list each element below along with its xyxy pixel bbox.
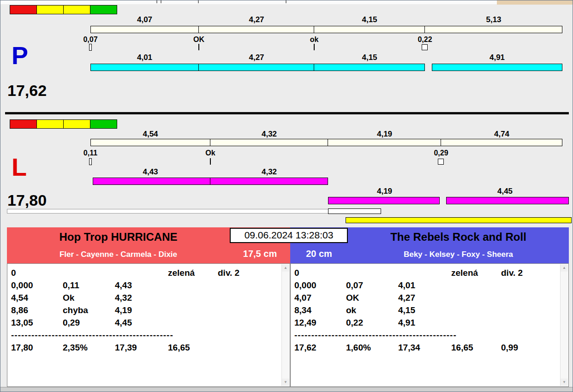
l-divider-tick-1 (210, 158, 211, 165)
table-row: ----------------------------------------… (294, 329, 558, 341)
table-row: 4,54Ok4,32 (11, 291, 280, 304)
team-right-results: 0zelenádiv. 20,0000,074,014,07OK4,278,34… (294, 267, 558, 354)
l-row1-split-1: 4,43 (90, 167, 210, 177)
table-cell: 4,15 (398, 305, 451, 315)
team-left-name: Hop Trop HURRICANE (7, 231, 230, 244)
table-cell: 0,22 (346, 318, 398, 328)
p-lower-bar-seg-3 (314, 64, 425, 71)
team-right-scrollbar[interactable]: ▲ ▼ (560, 264, 568, 386)
table-cell: OK (346, 293, 398, 303)
p-lower-split-4: 4,91 (432, 53, 562, 62)
l-mark-3: 0,29 (427, 149, 455, 157)
top-edge-tick (161, 0, 161, 3)
scroll-up-icon[interactable]: ▲ (561, 264, 568, 272)
lane-p-total-time: 17,62 (7, 83, 47, 98)
team-left-results: 0zelenádiv. 20,0000,114,434,54Ok4,328,86… (11, 267, 280, 354)
p-lower-bar-seg-4 (432, 64, 562, 71)
team-right-name: The Rebels Rock and Roll (348, 231, 569, 244)
window-top-edge (0, 0, 573, 4)
table-cell: 17,39 (115, 343, 168, 353)
table-row: 0zelenádiv. 2 (294, 267, 558, 279)
p-upper-split-3: 4,15 (314, 15, 425, 24)
p-mark-2: OK (185, 36, 213, 44)
flyball-timing-window: 4,07 4,27 4,15 5,13 0,07 OK ok 0,22 4,01… (0, 0, 573, 392)
table-cell: 0 (11, 268, 63, 278)
p-divider-tick-1 (198, 44, 199, 50)
l-upper-split-2: 4,32 (210, 130, 328, 139)
scroll-down-icon[interactable]: ▼ (282, 379, 289, 386)
l-lower-bar-seg-1 (93, 178, 210, 185)
team-left-dogs: Fler - Cayenne - Carmela - Dixie (7, 250, 230, 259)
signal-light-green (90, 119, 117, 129)
p-upper-split-4: 5,13 (425, 15, 562, 24)
l-lower-bar-seg-4 (446, 197, 569, 204)
team-left-results-panel: 0zelenádiv. 20,0000,114,434,54Ok4,328,86… (7, 263, 290, 387)
l-upper-bar-seg-3 (328, 139, 441, 146)
table-cell: 0,000 (11, 280, 63, 291)
table-cell: 4,54 (11, 293, 63, 303)
table-cell: 0,07 (346, 280, 398, 291)
table-cell: 16,65 (168, 343, 218, 353)
table-row: 0,0000,074,01 (294, 279, 558, 291)
table-cell: chyba (63, 305, 115, 315)
p-upper-bar-seg-3 (314, 26, 425, 33)
table-row: 8,86chyba4,19 (11, 304, 280, 316)
top-edge-tick (286, 0, 286, 3)
table-row: 17,621,60%17,3416,650,99 (294, 341, 558, 354)
p-upper-split-2: 4,27 (199, 15, 314, 24)
table-cell: zelená (451, 268, 501, 278)
l-upper-split-1: 4,54 (90, 130, 210, 139)
p-lower-split-2: 4,27 (199, 53, 314, 62)
table-cell: 4,19 (115, 305, 168, 315)
l-lower-bar-seg-3 (328, 197, 440, 204)
table-cell: zelená (168, 268, 218, 278)
signal-light-yellow-1 (36, 5, 64, 14)
table-row: 0zelenádiv. 2 (11, 267, 280, 279)
table-cell: 17,62 (294, 343, 346, 353)
table-cell: 2,35% (63, 343, 115, 353)
l-lower-bar-seg-2 (210, 178, 328, 185)
table-cell: 0,11 (63, 280, 115, 291)
signal-light-yellow-2 (63, 5, 90, 14)
table-cell: 8,34 (294, 305, 346, 315)
table-row: 13,050,294,45 (11, 316, 280, 329)
team-right-results-panel: 0zelenádiv. 20,0000,074,014,07OK4,278,34… (290, 263, 569, 387)
table-cell: 4,91 (398, 318, 451, 328)
p-start-tick-box (89, 44, 92, 51)
p-lower-split-3: 4,15 (314, 53, 425, 62)
scroll-up-icon[interactable]: ▲ (282, 264, 289, 272)
l-mark-start: 0,11 (77, 149, 104, 157)
team-left-jump-height: 17,5 cm (230, 249, 290, 259)
p-check-box (422, 44, 428, 50)
table-cell: 0 (294, 268, 346, 278)
table-cell: 12,49 (294, 318, 346, 328)
scroll-down-icon[interactable]: ▼ (561, 379, 568, 386)
lane-l-label: L (12, 154, 27, 179)
lane-p-start-lights (10, 5, 117, 14)
l-mark-2: Ok (197, 149, 224, 157)
table-row: 4,07OK4,27 (294, 291, 558, 304)
p-divider-tick-2 (314, 44, 315, 50)
signal-light-yellow-1 (36, 119, 64, 129)
table-row: 12,490,224,91 (294, 316, 558, 329)
lane-divider (5, 112, 569, 114)
team-left-scrollbar[interactable]: ▲ ▼ (281, 264, 289, 386)
top-edge-tick (198, 0, 199, 3)
p-upper-split-1: 4,07 (90, 15, 199, 24)
l-progress-box (328, 208, 381, 214)
l-running-bar (346, 217, 572, 223)
table-cell: 17,34 (398, 343, 451, 353)
l-row1-split-2: 4,32 (210, 167, 328, 177)
table-cell: 1,60% (346, 343, 398, 353)
p-mark-start: 0,07 (77, 36, 104, 44)
p-lower-bar-seg-1 (90, 64, 199, 71)
table-cell: 4,45 (115, 318, 168, 328)
lane-l-total-time: 17,80 (7, 192, 47, 208)
table-cell: ok (346, 305, 398, 315)
p-upper-bar-seg-2 (198, 26, 314, 33)
p-mark-4: 0,22 (411, 36, 439, 44)
table-cell: 4,43 (115, 280, 168, 291)
l-upper-bar-seg-2 (210, 139, 328, 146)
table-row: 8,34ok4,15 (294, 304, 558, 316)
l-upper-split-4: 4,74 (441, 130, 562, 139)
